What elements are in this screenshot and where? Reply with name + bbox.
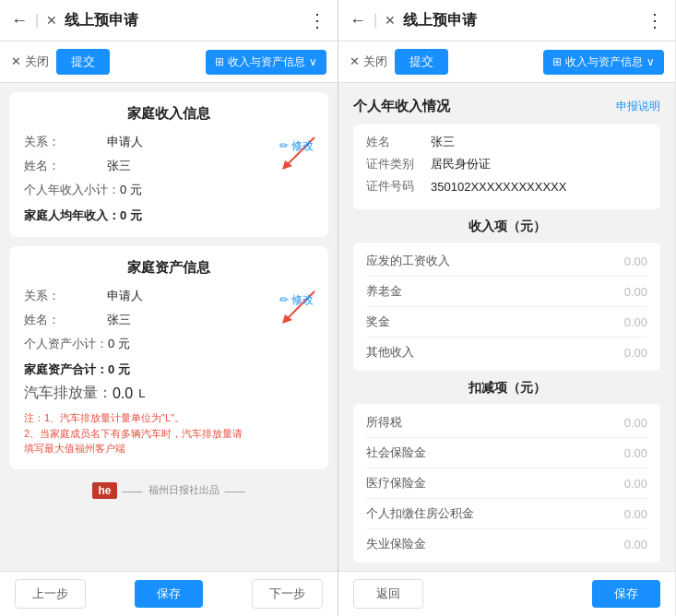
name-value: 张三 [107,158,131,174]
name-row: 姓名： 张三 [24,158,314,174]
watermark-title: 福州日报社出品 [148,483,219,497]
income-row-salary: 应发的工资收入 0.00 [366,246,647,277]
family-income-card: 家庭收入信息 关系： 申请人 姓名： 张三 个人年收入小计： 0 元 ✏ 修改 [9,92,328,237]
watermark-bar: he —— 福州日报社出品 —— [92,482,244,499]
asset-relation-value: 申请人 [107,288,143,304]
income-other-label: 其他收入 [366,344,414,361]
note-section: 注：1、汽车排放量计量单位为"L"。2、当家庭成员名下有多辆汽车时，汽车排放量请… [24,410,314,456]
income-bonus-label: 奖金 [366,314,390,330]
relation-value: 申请人 [107,134,143,150]
income-row-bonus: 奖金 0.00 [366,307,647,338]
income-row-other: 其他收入 0.00 [366,338,647,367]
deduct-unemployment-label: 失业保险金 [366,536,426,552]
prev-button[interactable]: 上一步 [15,579,86,609]
asset-edit-button[interactable]: ✏ 修改 [279,292,314,308]
note-text: 注：1、汽车排放量计量单位为"L"。2、当家庭成员名下有多辆汽车时，汽车排放量请… [24,412,243,454]
name-label: 姓名： [24,158,107,174]
personal-income-header: 个人年收入情况 申报说明 [353,98,660,115]
deduct-tax-label: 所得税 [366,414,402,431]
right-income-info-button[interactable]: ⊞ 收入与资产信息 ∨ [543,50,664,75]
right-submit-button[interactable]: 提交 [395,49,448,75]
deduct-tax-value: 0.00 [624,416,647,430]
left-more-icon[interactable]: ⋮ [308,9,326,31]
income-subtotal-label: 个人年收入小计： [24,182,120,198]
left-close-icon[interactable]: ✕ [46,13,57,28]
asset-subtotal-row: 个人资产小计： 0 元 [24,336,314,352]
left-scroll-content: 家庭收入信息 关系： 申请人 姓名： 张三 个人年收入小计： 0 元 ✏ 修改 [0,83,338,571]
asset-total-label: 家庭资产合计： [24,361,108,378]
family-asset-title: 家庭资产信息 [24,259,314,277]
back-button[interactable]: 返回 [353,579,423,609]
deduct-social-label: 社会保险金 [366,444,426,461]
deduct-unemployment-value: 0.00 [624,538,647,551]
income-other-value: 0.00 [624,346,647,360]
deduction-items-list: 所得税 0.00 社会保险金 0.00 医疗保险金 0.00 个人扣缴住房公积金… [353,404,660,563]
income-info-label: 收入与资产信息 [228,54,305,70]
pinfo-idnum-value: 350102XXXXXXXXXXXX [431,180,566,194]
income-info-icon: ⊞ [215,55,224,68]
relation-row: 关系： 申请人 [24,134,314,150]
pinfo-idnum-label: 证件号码 [366,178,431,195]
pinfo-idnum-row: 证件号码 350102XXXXXXXXXXXX [366,178,647,195]
right-top-bar: ← | ✕ 线上预申请 ⋮ [338,0,675,41]
left-close-button[interactable]: ✕ 关闭 [11,53,49,70]
right-close-button[interactable]: ✕ 关闭 [350,53,387,70]
right-more-icon[interactable]: ⋮ [646,9,664,31]
deduct-row-medical: 医疗保险金 0.00 [366,468,647,499]
left-save-button[interactable]: 保存 [135,580,203,608]
asset-subtotal-value: 0 元 [108,336,130,352]
watermark-section: he —— 福州日报社出品 —— [9,482,328,499]
right-bottom-nav: 返回 保存 [338,571,675,616]
left-top-bar: ← | ✕ 线上预申请 ⋮ [0,0,338,41]
right-income-info-arrow: ∨ [646,55,655,68]
income-pension-value: 0.00 [624,285,647,299]
right-save-button[interactable]: 保存 [592,580,660,608]
left-back-arrow[interactable]: ← [11,11,28,30]
deduct-housing-value: 0.00 [624,507,647,521]
personal-info-grid: 姓名 张三 证件类别 居民身份证 证件号码 350102XXXXXXXXXXXX [353,124,660,209]
left-title: 线上预申请 [65,11,301,30]
next-button[interactable]: 下一步 [252,579,323,609]
asset-name-value: 张三 [107,312,131,328]
asset-name-label: 姓名： [24,312,107,328]
right-scroll-content: 个人年收入情况 申报说明 姓名 张三 证件类别 居民身份证 证件号码 35010… [338,83,675,571]
pinfo-idtype-value: 居民身份证 [431,156,491,172]
right-action-bar: ✕ 关闭 提交 ⊞ 收入与资产信息 ∨ [338,41,675,83]
emission-label: 汽车排放量： [24,384,113,403]
left-action-bar: ✕ 关闭 提交 ⊞ 收入与资产信息 ∨ [0,41,338,83]
deduct-row-social: 社会保险金 0.00 [366,438,647,468]
right-panel: ← | ✕ 线上预申请 ⋮ ✕ 关闭 提交 ⊞ 收入与资产信息 ∨ 个人年收入情… [338,0,675,616]
deduct-medical-label: 医疗保险金 [366,475,426,492]
right-divider: | [374,12,377,29]
right-back-arrow[interactable]: ← [350,11,366,30]
income-salary-value: 0.00 [624,255,647,268]
watermark-divider-left: —— [123,485,143,496]
asset-name-row: 姓名： 张三 [24,312,314,328]
income-summary-row: 家庭人均年收入： 0 元 [24,207,314,224]
income-bonus-value: 0.00 [624,315,647,329]
relation-label: 关系： [24,134,107,150]
income-salary-label: 应发的工资收入 [366,253,450,269]
pinfo-name-value: 张三 [431,134,455,150]
deduct-row-unemployment: 失业保险金 0.00 [366,529,647,559]
income-pension-label: 养老金 [366,283,402,300]
left-bottom-nav: 上一步 保存 下一步 [0,571,338,616]
personal-income-section-title: 个人年收入情况 [353,98,450,115]
pinfo-idtype-label: 证件类别 [366,156,431,172]
left-submit-button[interactable]: 提交 [56,49,110,75]
asset-relation-row: 关系： 申请人 [24,288,314,304]
left-divider: | [35,12,39,29]
right-title: 线上预申请 [403,11,638,30]
asset-total-value: 0 元 [108,361,130,378]
income-items-list: 应发的工资收入 0.00 养老金 0.00 奖金 0.00 其他收入 0.00 [353,243,660,371]
right-income-info-label: 收入与资产信息 [565,54,643,70]
asset-subtotal-label: 个人资产小计： [24,336,108,352]
deduct-row-tax: 所得税 0.00 [366,408,647,438]
left-income-info-button[interactable]: ⊞ 收入与资产信息 ∨ [206,50,326,75]
emission-value: 0.0 [113,385,133,402]
income-edit-button[interactable]: ✏ 修改 [279,138,314,154]
deduct-medical-value: 0.00 [624,477,647,491]
declaration-link[interactable]: 申报说明 [616,99,660,114]
income-summary-value: 0 元 [120,207,142,224]
right-close-icon[interactable]: ✕ [385,13,396,28]
